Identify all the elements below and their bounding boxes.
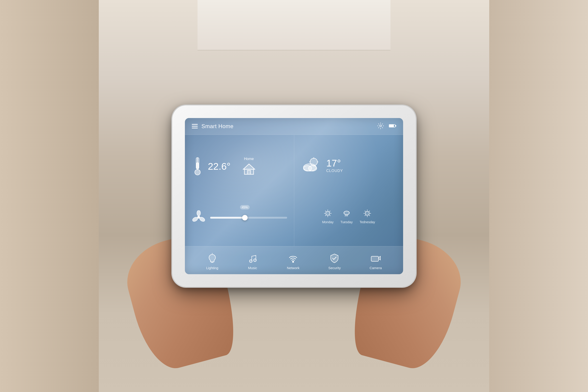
right-panel: 17° CLOUDY — [294, 135, 403, 246]
svg-line-29 — [330, 215, 330, 216]
temperature-value: 22.6° — [208, 161, 230, 172]
svg-rect-6 — [196, 162, 198, 169]
svg-marker-52 — [378, 256, 380, 260]
svg-point-22 — [308, 166, 317, 171]
svg-line-44 — [365, 215, 366, 216]
svg-rect-3 — [390, 125, 394, 126]
top-bar-left: Smart Home — [192, 123, 234, 130]
svg-point-7 — [195, 170, 200, 175]
fan-slider-track[interactable] — [210, 217, 287, 218]
settings-icon[interactable] — [377, 122, 384, 130]
home-icon[interactable] — [242, 163, 256, 176]
weather-temp: 17° — [326, 158, 343, 169]
svg-point-36 — [365, 211, 369, 216]
svg-rect-10 — [247, 170, 250, 174]
forecast-day-0[interactable]: Monday — [322, 209, 334, 224]
shortcut-lighting[interactable]: Lighting — [206, 252, 218, 270]
forecast-tuesday-icon — [342, 209, 351, 218]
security-label: Security — [328, 266, 341, 270]
fan-row: 45% — [192, 210, 287, 225]
forecast-wednesday-label: Tednesday — [360, 220, 375, 224]
forecast-day-1[interactable]: Tuesday — [340, 209, 352, 224]
svg-marker-8 — [243, 164, 255, 169]
svg-rect-2 — [395, 125, 396, 126]
svg-line-34 — [346, 215, 346, 216]
fan-slider-fill — [210, 217, 245, 218]
svg-line-43 — [369, 211, 370, 212]
tablet: Smart Home — [172, 106, 416, 287]
forecast-day-2[interactable]: Tednesday — [360, 209, 375, 224]
forecast-row: Monday Tuesday — [301, 209, 396, 224]
svg-rect-51 — [371, 256, 378, 261]
shortcut-network[interactable]: Network — [287, 252, 300, 270]
svg-line-28 — [325, 211, 326, 212]
svg-point-49 — [254, 259, 256, 262]
forecast-monday-label: Monday — [322, 220, 334, 224]
ceiling-light — [198, 0, 390, 50]
fan-slider-thumb[interactable] — [242, 215, 248, 220]
svg-point-12 — [197, 210, 200, 216]
temp-row: 22.6° Home — [192, 156, 287, 177]
thermometer-icon — [192, 156, 203, 177]
tablet-screen: Smart Home — [185, 118, 403, 274]
svg-line-31 — [325, 215, 326, 216]
svg-point-0 — [380, 125, 382, 127]
svg-point-32 — [344, 211, 349, 215]
music-icon — [247, 252, 258, 264]
home-label: Home — [244, 157, 254, 161]
fan-icon — [192, 210, 206, 225]
shortcut-camera[interactable]: Camera — [370, 252, 382, 270]
app-title: Smart Home — [202, 123, 234, 130]
shield-icon — [329, 252, 340, 264]
weather-icon — [301, 157, 322, 174]
fan-slider-value: 45% — [240, 205, 250, 210]
weather-condition: CLOUDY — [326, 169, 343, 173]
svg-point-23 — [326, 211, 330, 216]
bulb-icon — [207, 252, 218, 264]
bottom-bar: Lighting Music — [185, 246, 403, 274]
svg-point-11 — [198, 216, 200, 218]
weather-main: 17° CLOUDY — [301, 157, 396, 174]
kitchen-right — [489, 0, 588, 392]
weather-info: 17° CLOUDY — [326, 158, 343, 173]
left-panel: 22.6° Home — [185, 135, 294, 246]
svg-line-35 — [347, 215, 348, 216]
top-bar: Smart Home — [185, 118, 403, 135]
svg-line-30 — [330, 211, 330, 212]
svg-line-33 — [345, 215, 346, 216]
menu-icon[interactable] — [192, 124, 198, 128]
forecast-monday-icon — [324, 209, 332, 218]
camera-icon — [370, 252, 381, 264]
camera-label: Camera — [370, 266, 382, 270]
wifi-icon — [288, 252, 298, 264]
lighting-label: Lighting — [206, 266, 218, 270]
home-section: Home — [242, 157, 256, 176]
kitchen-left — [0, 0, 99, 392]
top-bar-right — [377, 122, 396, 130]
shortcut-security[interactable]: Security — [328, 252, 341, 270]
network-label: Network — [287, 266, 300, 270]
forecast-wednesday-icon — [363, 209, 372, 218]
forecast-tuesday-label: Tuesday — [340, 220, 352, 224]
shortcut-music[interactable]: Music — [247, 252, 258, 270]
svg-line-41 — [365, 211, 366, 212]
main-content: 22.6° Home — [185, 135, 403, 246]
scene: Smart Home — [172, 106, 416, 287]
fan-slider-container: 45% — [210, 212, 287, 224]
music-label: Music — [248, 266, 257, 270]
svg-line-42 — [369, 215, 370, 216]
battery-icon — [389, 122, 396, 130]
svg-point-50 — [292, 261, 294, 262]
svg-point-48 — [250, 260, 252, 262]
